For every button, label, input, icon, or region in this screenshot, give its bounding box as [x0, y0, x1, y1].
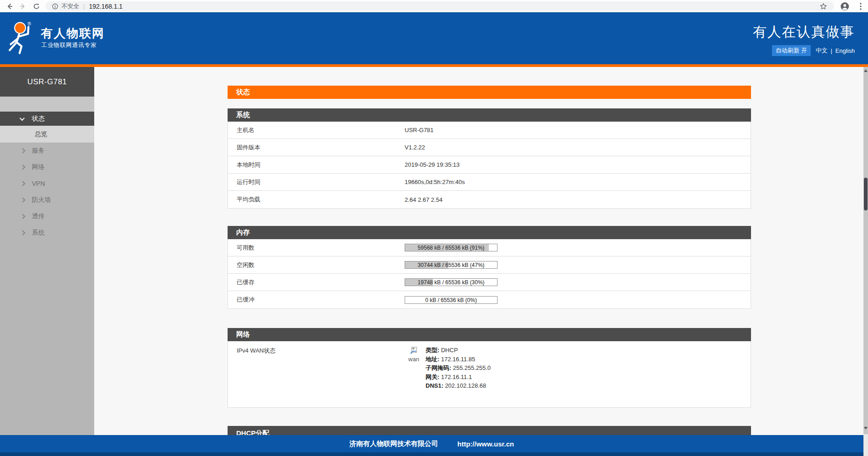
sidebar-item-firewall[interactable]: 防火墙 — [0, 192, 94, 208]
table-row: 平均负载 2.64 2.67 2.54 — [228, 191, 751, 208]
scrollbar-track[interactable] — [863, 67, 868, 434]
security-label: 不安全 — [61, 2, 79, 10]
row-label: 平均负载 — [228, 195, 405, 204]
section-system: 系统 主机名 USR-G781 固件版本 V1.2.22 本地时间 2019-0… — [228, 108, 751, 209]
scrollbar-down-arrow-icon[interactable] — [864, 427, 868, 430]
wan-status-row: IPv4 WAN状态 wan 类型: — [228, 341, 751, 407]
table-row: 空闲数 30744 kB / 65536 kB (47%) — [228, 256, 751, 274]
browser-menu-icon[interactable] — [856, 1, 865, 11]
page-scrollbar[interactable] — [863, 67, 868, 456]
sidebar-item-vpn[interactable]: VPN — [0, 175, 94, 192]
header-slogan: 有人在认真做事 — [753, 23, 855, 41]
chevron-right-icon — [20, 230, 25, 235]
row-label: 本地时间 — [228, 161, 405, 169]
reload-icon[interactable] — [31, 1, 41, 11]
progress-text: 0 kB / 65536 kB (0%) — [405, 297, 497, 304]
progress-text: 59568 kB / 65536 kB (91%) — [405, 244, 497, 251]
footer-website-link[interactable]: http://www.usr.cn — [457, 440, 514, 448]
wan-interface-icon — [405, 347, 423, 356]
row-label: 已缓冲 — [228, 296, 405, 304]
brand-logo: ® — [5, 20, 35, 57]
sidebar-item-label: 系统 — [32, 229, 45, 237]
sidebar-subitem-label: 总览 — [35, 130, 47, 138]
row-value: USR-G781 — [405, 127, 434, 133]
memory-progress-bar: 59568 kB / 65536 kB (91%) — [405, 244, 497, 251]
row-label: IPv4 WAN状态 — [228, 341, 405, 355]
memory-progress-bar: 0 kB / 65536 kB (0%) — [405, 296, 497, 304]
sidebar: USR-G781 状态 总览 服务 网络 VPN 防火墙 — [0, 67, 94, 435]
row-value: 19660s,0d:5h:27m:40s — [405, 179, 465, 185]
back-icon[interactable] — [5, 1, 14, 11]
section-memory-header: 内存 — [228, 226, 751, 239]
info-icon[interactable] — [52, 3, 58, 10]
sidebar-item-label: 服务 — [32, 147, 45, 155]
section-network-header: 网络 — [228, 328, 751, 341]
sidebar-item-label: 网络 — [32, 163, 45, 171]
device-name: USR-G781 — [0, 67, 94, 97]
lang-separator: | — [831, 47, 832, 54]
sidebar-menu: 服务 网络 VPN 防火墙 透传 系统 — [0, 143, 94, 241]
section-memory: 内存 可用数 59568 kB / 65536 kB (91%) 空闲数 307… — [228, 226, 751, 309]
brand-title: 有人物联网 — [41, 26, 105, 41]
url-text[interactable]: 192.168.1.1 — [89, 3, 122, 10]
row-value: 2.64 2.67 2.54 — [405, 196, 442, 203]
bookmark-star-icon[interactable] — [820, 1, 827, 11]
sidebar-group-status[interactable]: 状态 — [0, 112, 94, 126]
address-divider: | — [83, 3, 85, 10]
sidebar-item-network[interactable]: 网络 — [0, 159, 94, 175]
main-content: 状态 系统 主机名 USR-G781 固件版本 V1.2.22 本地时间 201… — [94, 67, 868, 435]
footer-company: 济南有人物联网技术有限公司 — [350, 440, 438, 448]
row-label: 已缓存 — [228, 278, 405, 287]
row-label: 可用数 — [228, 244, 405, 252]
chevron-right-icon — [20, 181, 25, 186]
sidebar-spacer — [0, 97, 94, 112]
progress-text: 19748 kB / 65536 kB (30%) — [405, 279, 497, 286]
wan-interface-name: wan — [405, 356, 423, 363]
row-label: 固件版本 — [228, 143, 405, 152]
scrollbar-thumb[interactable] — [864, 178, 868, 210]
lang-zh-link[interactable]: 中文 — [816, 46, 827, 55]
avatar-icon[interactable] — [840, 1, 849, 11]
section-system-header: 系统 — [228, 108, 751, 122]
chevron-right-icon — [20, 214, 25, 219]
table-row: 运行时间 19660s,0d:5h:27m:40s — [228, 174, 751, 191]
svg-text:®: ® — [27, 21, 31, 26]
sidebar-item-label: 防火墙 — [32, 196, 51, 204]
page-title: 状态 — [228, 86, 751, 99]
sidebar-group-label: 状态 — [32, 115, 45, 123]
address-bar[interactable]: 不安全 | 192.168.1.1 — [46, 1, 834, 11]
chevron-right-icon — [20, 148, 25, 153]
chevron-right-icon — [20, 197, 25, 202]
row-label: 空闲数 — [228, 261, 405, 269]
sidebar-item-label: VPN — [32, 180, 45, 187]
auto-refresh-toggle[interactable]: 自动刷新 开 — [772, 45, 811, 56]
row-label: 运行时间 — [228, 178, 405, 186]
lang-en-link[interactable]: English — [835, 47, 855, 54]
section-network: 网络 IPv4 WAN状态 wan — [228, 328, 751, 408]
sidebar-item-passthrough[interactable]: 透传 — [0, 208, 94, 225]
memory-progress-bar: 30744 kB / 65536 kB (47%) — [405, 261, 497, 269]
forward-icon[interactable] — [18, 1, 27, 11]
table-row: 已缓冲 0 kB / 65536 kB (0%) — [228, 291, 751, 308]
page-footer: 济南有人物联网技术有限公司 http://www.usr.cn — [0, 435, 863, 456]
row-value: 2019-05-29 19:35:13 — [405, 161, 460, 168]
footer-bottom-strip — [0, 452, 863, 456]
browser-toolbar: 不安全 | 192.168.1.1 — [0, 0, 868, 12]
scrollbar-up-arrow-icon[interactable] — [864, 69, 868, 72]
sidebar-item-overview[interactable]: 总览 — [0, 126, 94, 143]
sidebar-item-services[interactable]: 服务 — [0, 143, 94, 159]
wan-details: 类型: DHCP 地址: 172.16.11.85 子网掩码: 255.255.… — [426, 346, 491, 390]
row-label: 主机名 — [228, 126, 405, 134]
progress-text: 30744 kB / 65536 kB (47%) — [405, 261, 497, 269]
sidebar-item-system[interactable]: 系统 — [0, 225, 94, 241]
router-admin-page: 不安全 | 192.168.1.1 ® — [0, 0, 868, 456]
sidebar-item-label: 透传 — [32, 212, 45, 220]
memory-progress-bar: 19748 kB / 65536 kB (30%) — [405, 278, 497, 286]
row-value: V1.2.22 — [405, 144, 425, 151]
chevron-down-icon — [20, 115, 25, 120]
table-row: 固件版本 V1.2.22 — [228, 139, 751, 156]
table-row: 已缓存 19748 kB / 65536 kB (30%) — [228, 274, 751, 291]
table-row: 本地时间 2019-05-29 19:35:13 — [228, 156, 751, 174]
brand-subtitle: 工业物联网通讯专家 — [41, 41, 97, 49]
site-header: ® 有人物联网 工业物联网通讯专家 有人在认真做事 自动刷新 开 中文 | En… — [0, 12, 868, 64]
